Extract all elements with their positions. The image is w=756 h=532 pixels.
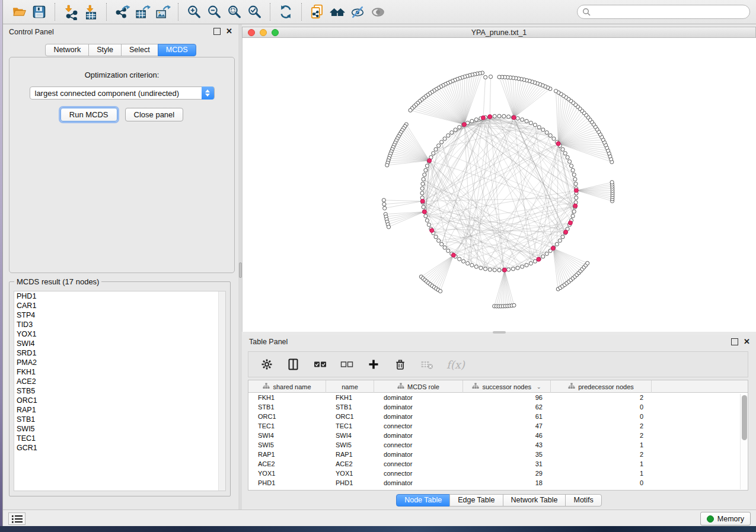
- mcds-list-item[interactable]: TEC1: [14, 434, 225, 443]
- mcds-list-item[interactable]: YOX1: [14, 329, 225, 339]
- hide-selection-button[interactable]: [347, 2, 368, 21]
- export-image-button[interactable]: [152, 2, 173, 21]
- refresh-view-button[interactable]: [276, 2, 296, 21]
- export-network-button[interactable]: [112, 2, 132, 21]
- table-panel-header: Table Panel ✕: [242, 335, 756, 349]
- close-panel-icon[interactable]: ✕: [744, 338, 750, 345]
- table-row[interactable]: PHD1PHD1dominator180: [248, 478, 748, 488]
- cell-successor_nodes: 46: [463, 431, 551, 440]
- cell-successor_nodes: 31: [463, 459, 551, 469]
- table-row[interactable]: ACE2ACE2connector311: [248, 459, 748, 469]
- cell-successor_nodes: 35: [463, 450, 551, 459]
- mcds-result-title: MCDS result (17 nodes): [14, 277, 101, 286]
- column-header-MCDS-role[interactable]: MCDS role: [374, 380, 463, 393]
- cell-shared_name: STB1: [248, 402, 326, 412]
- import-network-button[interactable]: [60, 2, 81, 21]
- mcds-list-item[interactable]: SRD1: [14, 348, 225, 358]
- mcds-list-item[interactable]: SWI5: [14, 424, 225, 434]
- close-panel-icon[interactable]: ✕: [226, 28, 232, 35]
- search-input[interactable]: [594, 8, 745, 16]
- criterion-select[interactable]: largest connected component (undirected): [30, 86, 215, 100]
- tab-mcds[interactable]: MCDS: [158, 44, 196, 56]
- tab-style[interactable]: Style: [88, 44, 122, 56]
- tab-select[interactable]: Select: [121, 44, 158, 56]
- show-all-button[interactable]: [368, 2, 388, 21]
- gear-icon: [261, 358, 273, 370]
- mcds-list-scrollbar[interactable]: [218, 291, 225, 491]
- search-box[interactable]: [577, 5, 750, 19]
- save-session-button[interactable]: [29, 2, 49, 21]
- zoom-selected-button[interactable]: [244, 2, 264, 21]
- mcds-result-list: PHD1CAR1STP4TID3YOX1SWI4SRD1PMA2FKH1ACE2…: [14, 291, 226, 491]
- table-row[interactable]: SWI5SWI5connector431: [248, 440, 748, 450]
- float-panel-icon[interactable]: [213, 28, 221, 35]
- mcds-list-item[interactable]: FKH1: [14, 367, 225, 377]
- zoom-in-button[interactable]: [184, 2, 204, 21]
- create-column-button[interactable]: [366, 357, 381, 371]
- mcds-list-item[interactable]: STB5: [14, 386, 225, 396]
- new-network-from-selection-button[interactable]: [307, 2, 327, 21]
- export-table-button[interactable]: [132, 2, 152, 21]
- table-scrollbar-thumb[interactable]: [742, 395, 747, 440]
- table-row[interactable]: STB1STB1dominator620: [248, 402, 748, 412]
- deselect-all-columns-button[interactable]: [340, 357, 354, 371]
- mcds-list-item[interactable]: CAR1: [14, 301, 225, 310]
- column-header-successor-nodes[interactable]: successor nodes⌄: [463, 380, 551, 393]
- mcds-list-item[interactable]: ACE2: [14, 377, 225, 386]
- table-row[interactable]: TEC1TEC1connector472: [248, 421, 748, 431]
- column-header-shared-name[interactable]: shared name: [248, 380, 326, 393]
- tab-node-table[interactable]: Node Table: [396, 494, 450, 507]
- network-graph: [243, 38, 756, 332]
- cell-shared_name: PHD1: [248, 478, 326, 488]
- open-session-button[interactable]: [9, 2, 29, 21]
- status-bar: Memory: [3, 509, 756, 527]
- mcds-list-item[interactable]: GCR1: [14, 443, 225, 453]
- mcds-list-item[interactable]: STB1: [14, 415, 225, 424]
- column-header-predecessor-nodes[interactable]: predecessor nodes: [551, 380, 652, 393]
- horizontal-splitter-handle[interactable]: [493, 331, 506, 334]
- table-row[interactable]: RAP1RAP1dominator352: [248, 450, 748, 459]
- mcds-list-item[interactable]: SWI4: [14, 339, 225, 348]
- zoom-out-button[interactable]: [204, 2, 224, 21]
- table-settings-button[interactable]: [260, 357, 274, 371]
- mcds-list-item[interactable]: STP4: [14, 310, 225, 320]
- cell-successor_nodes: 29: [463, 469, 551, 478]
- run-mcds-button[interactable]: Run MCDS: [60, 108, 117, 121]
- tab-network-table[interactable]: Network Table: [503, 494, 566, 507]
- cell-predecessor_nodes: 2: [551, 450, 652, 459]
- table-body: FKH1FKH1dominator962STB1STB1dominator620…: [248, 393, 748, 488]
- tab-edge-table[interactable]: Edge Table: [449, 494, 503, 507]
- cell-name: YOX1: [326, 469, 374, 478]
- column-header-name[interactable]: name: [326, 380, 374, 393]
- show-columns-button[interactable]: [286, 357, 301, 371]
- splitter-handle[interactable]: [239, 262, 242, 278]
- table-panel-title: Table Panel: [249, 338, 288, 346]
- close-panel-button[interactable]: Close panel: [125, 108, 184, 121]
- cell-name: ORC1: [326, 412, 374, 421]
- task-history-button[interactable]: [8, 512, 25, 525]
- table-row[interactable]: ORC1ORC1dominator610: [248, 412, 748, 421]
- zoom-fit-button[interactable]: [224, 2, 244, 21]
- mcds-list-item[interactable]: PMA2: [14, 358, 225, 367]
- mcds-list-item[interactable]: PHD1: [14, 291, 225, 301]
- memory-button[interactable]: Memory: [700, 512, 751, 525]
- network-titlebar[interactable]: YPA_prune.txt_1: [242, 27, 756, 38]
- float-panel-icon[interactable]: [731, 338, 738, 345]
- table-scrollbar[interactable]: [740, 394, 747, 489]
- import-table-button[interactable]: [81, 2, 101, 21]
- horizontal-splitter[interactable]: [242, 331, 756, 334]
- delete-columns-button[interactable]: [393, 357, 407, 371]
- table-row[interactable]: SWI4SWI4dominator462: [248, 431, 748, 440]
- cell-predecessor_nodes: 2: [551, 421, 652, 431]
- first-neighbors-button[interactable]: [327, 2, 347, 21]
- tab-network[interactable]: Network: [45, 44, 89, 56]
- mcds-list-item[interactable]: RAP1: [14, 405, 225, 415]
- table-row[interactable]: FKH1FKH1dominator962: [248, 393, 748, 402]
- network-canvas[interactable]: [242, 38, 756, 332]
- mcds-list-item[interactable]: ORC1: [14, 396, 225, 405]
- mcds-list-item[interactable]: TID3: [14, 320, 225, 329]
- table-row[interactable]: YOX1YOX1connector291: [248, 469, 748, 478]
- select-all-columns-button[interactable]: [313, 357, 327, 371]
- criterion-label: Optimization criterion:: [9, 70, 234, 79]
- tab-motifs[interactable]: Motifs: [565, 494, 601, 507]
